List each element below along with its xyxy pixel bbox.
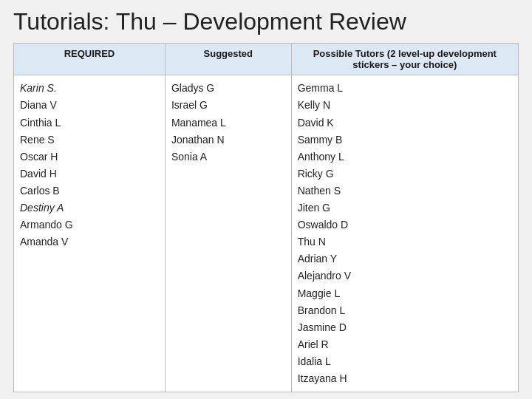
header-suggested: Suggested [165,44,291,75]
required-item: Amanda V [20,233,159,250]
cell-required: Karin S.Diana VCinthia LRene SOscar HDav… [14,75,166,392]
tutor-item: Thu N [298,233,512,250]
required-item: Carlos B [20,183,159,200]
tutor-item: Nathen S [298,183,512,200]
tutor-item: Brandon L [298,302,512,319]
suggested-item: Israel G [171,97,285,114]
tutor-item: Maggie L [298,285,512,302]
tutor-item: Idalia L [298,353,512,370]
tutors-list: Gemma LKelly NDavid KSammy BAnthony LRic… [298,80,512,387]
suggested-item: Jonathan N [171,132,285,149]
cell-tutors: Gemma LKelly NDavid KSammy BAnthony LRic… [291,75,518,392]
tutor-item: Gemma L [298,80,512,97]
page-container: Tutorials: Thu – Development Review REQU… [0,0,532,399]
header-required: REQUIRED [14,44,166,75]
tutor-item: Sammy B [298,132,512,149]
required-item: Oscar H [20,149,159,166]
required-item: David H [20,166,159,183]
tutor-item: Adrian Y [298,250,512,267]
tutor-item: Jiten G [298,200,512,216]
tutor-item: Kelly N [298,97,512,114]
required-item: Diana V [20,97,159,114]
required-item: Cinthia L [20,115,159,132]
cell-suggested: Gladys GIsrael GManamea LJonathan NSonia… [165,75,291,392]
table-row: Karin S.Diana VCinthia LRene SOscar HDav… [14,75,519,392]
suggested-item: Gladys G [171,80,285,97]
tutor-item: Jasmine D [298,319,512,336]
required-item: Karin S. [20,80,159,97]
tutor-item: Ariel R [298,336,512,353]
tutor-item: Oswaldo D [298,216,512,233]
required-item: Destiny A [20,200,159,216]
header-tutors: Possible Tutors (2 level-up development … [291,44,518,75]
main-table: REQUIRED Suggested Possible Tutors (2 le… [13,43,519,392]
page-title: Tutorials: Thu – Development Review [13,7,519,35]
tutor-item: Ricky G [298,166,512,183]
suggested-item: Manamea L [171,115,285,132]
tutor-item: Alejandro V [298,267,512,284]
required-list: Karin S.Diana VCinthia LRene SOscar HDav… [20,80,159,250]
tutor-item: David K [298,115,512,132]
suggested-list: Gladys GIsrael GManamea LJonathan NSonia… [171,80,285,165]
required-item: Rene S [20,132,159,149]
table-header-row: REQUIRED Suggested Possible Tutors (2 le… [14,44,519,75]
tutor-item: Itzayana H [298,370,512,387]
suggested-item: Sonia A [171,149,285,166]
tutor-item: Anthony L [298,149,512,166]
required-item: Armando G [20,216,159,233]
